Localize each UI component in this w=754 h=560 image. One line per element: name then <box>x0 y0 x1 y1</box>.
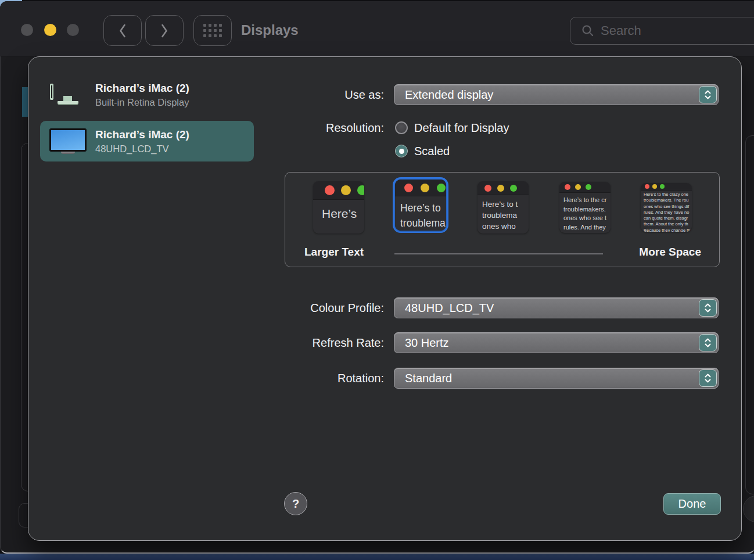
window-title: Displays <box>241 22 299 38</box>
thumb-text: Here’s to t troublema ones who <box>477 195 529 232</box>
use-as-value: Extended display <box>405 85 493 105</box>
thumb-text: Here’s to troublema <box>395 196 446 231</box>
chevron-right-icon <box>159 22 170 40</box>
more-space-caption: More Space <box>639 246 701 259</box>
picker-divider-line <box>394 253 603 254</box>
chevron-left-icon <box>117 22 128 40</box>
rotation-value: Standard <box>405 368 452 388</box>
background-panel-outline-right <box>745 135 754 494</box>
scale-option-5[interactable]: Here’s to the crazy one troublemakers. T… <box>641 183 692 232</box>
scale-option-2[interactable]: Here’s to troublema <box>395 180 446 231</box>
scale-option-3[interactable]: Here’s to t troublema ones who <box>477 181 529 234</box>
help-button[interactable]: ? <box>284 492 307 515</box>
thumb-text: Here’s to the cr troublemakers. ones who… <box>559 193 611 232</box>
radio-scaled-label[interactable]: Scaled <box>414 141 450 161</box>
search-placeholder: Search <box>601 23 641 38</box>
use-as-select[interactable]: Extended display <box>394 84 719 105</box>
larger-text-caption: Larger Text <box>304 246 364 259</box>
colour-profile-value: 48UHD_LCD_TV <box>405 298 494 318</box>
toolbar: Displays Search <box>0 1 754 56</box>
scale-option-1[interactable]: Here’s <box>313 181 364 234</box>
radio-default-label[interactable]: Default for Display <box>414 117 509 138</box>
zoom-button[interactable] <box>67 24 79 36</box>
stepper-icon <box>699 299 717 317</box>
scale-option-2-selected-frame: Here’s to troublema <box>393 177 448 233</box>
thumb-titlebar <box>313 181 364 200</box>
stepper-icon <box>699 369 717 387</box>
forward-button[interactable] <box>145 15 184 46</box>
scale-option-4[interactable]: Here’s to the cr troublemakers. ones who… <box>559 182 611 233</box>
screen: Displays Search Richard’s iMac (2) Built… <box>0 0 754 560</box>
all-settings-button[interactable] <box>193 15 232 46</box>
back-button[interactable] <box>103 15 142 46</box>
search-icon <box>581 24 595 38</box>
resolution-label: Resolution: <box>28 117 384 138</box>
colour-profile-label: Colour Profile: <box>28 297 384 318</box>
resolution-picker: Here’s Here’s to troublema Here’s to t t… <box>285 172 720 267</box>
search-input[interactable]: Search <box>570 17 754 45</box>
thumb-titlebar <box>477 181 529 195</box>
rotation-label: Rotation: <box>28 368 384 389</box>
help-icon: ? <box>292 497 299 511</box>
wallpaper-strip <box>0 554 754 560</box>
minimize-button[interactable] <box>44 24 56 36</box>
thumb-titlebar <box>395 180 446 196</box>
thumb-text: Here’s <box>313 200 364 221</box>
refresh-rate-value: 30 Hertz <box>405 333 449 353</box>
close-button[interactable] <box>21 24 33 36</box>
thumb-text: Here’s to the crazy one troublemakers. T… <box>641 191 692 232</box>
rotation-select[interactable]: Standard <box>394 368 719 389</box>
radio-default-for-display[interactable] <box>395 121 408 134</box>
done-button[interactable]: Done <box>663 493 721 515</box>
stepper-icon <box>699 86 717 103</box>
refresh-rate-label: Refresh Rate: <box>28 332 384 353</box>
grid-icon <box>203 24 222 37</box>
stepper-icon <box>699 334 717 351</box>
displays-sheet: Richard’s iMac (2) Built-in Retina Displ… <box>28 56 742 541</box>
thumb-titlebar <box>641 183 692 191</box>
thumb-titlebar <box>559 182 611 193</box>
colour-profile-select[interactable]: 48UHD_LCD_TV <box>394 297 719 318</box>
use-as-label: Use as: <box>28 84 384 105</box>
done-label: Done <box>678 497 706 511</box>
radio-scaled[interactable] <box>395 145 408 157</box>
refresh-rate-select[interactable]: 30 Hertz <box>394 332 719 353</box>
